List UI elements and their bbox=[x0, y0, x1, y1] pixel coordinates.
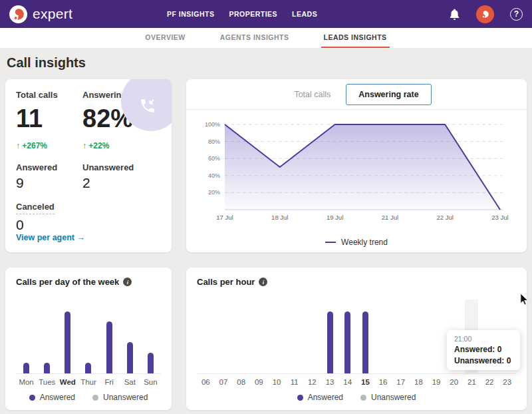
svg-text:17 Jul: 17 Jul bbox=[216, 214, 233, 221]
category-label: 17 bbox=[392, 378, 410, 386]
answered-value: 9 bbox=[16, 175, 82, 191]
svg-text:19 Jul: 19 Jul bbox=[327, 214, 343, 221]
view-per-agent-link[interactable]: View per agent → bbox=[16, 233, 161, 242]
tab-leads-insights[interactable]: LEADS INSIGHTS bbox=[321, 28, 390, 48]
answered-bar[interactable] bbox=[44, 363, 50, 373]
canceled-label[interactable]: Canceled bbox=[16, 202, 55, 214]
total-calls-value: 11 bbox=[16, 105, 82, 133]
legend-item-answered[interactable]: Answered bbox=[297, 393, 343, 402]
answered-bar[interactable] bbox=[65, 311, 70, 373]
calls-per-hour-title: Calls per hour bbox=[197, 277, 255, 287]
legend-label: Answered bbox=[40, 393, 75, 402]
legend-item-unanswered[interactable]: Unanswered bbox=[92, 393, 148, 402]
category-label: 06 bbox=[197, 378, 215, 386]
toggle-answering-rate[interactable]: Answering rate bbox=[346, 84, 431, 105]
bar-slot-11[interactable] bbox=[285, 300, 303, 373]
legend-item-unanswered[interactable]: Unanswered bbox=[360, 393, 416, 402]
svg-text:60%: 60% bbox=[208, 155, 220, 162]
user-avatar[interactable] bbox=[476, 5, 494, 23]
calls-per-day-title: Calls per day of the week bbox=[16, 277, 119, 287]
bar-slot-07[interactable] bbox=[215, 300, 233, 373]
bar-slot-16[interactable] bbox=[374, 300, 392, 373]
bar-slot-thur[interactable] bbox=[78, 300, 98, 373]
bar-slot-06[interactable] bbox=[197, 300, 215, 373]
legend-label: Answered bbox=[308, 393, 343, 402]
unanswered-label: Unanswered bbox=[82, 162, 161, 172]
bar-slot-19[interactable] bbox=[428, 300, 446, 373]
legend-label: Unanswered bbox=[103, 393, 148, 402]
calls-per-day-chart: MonTuesWedThurFriSatSun AnsweredUnanswer… bbox=[16, 300, 161, 402]
answered-bar[interactable] bbox=[85, 363, 91, 373]
bar-slot-15[interactable] bbox=[356, 300, 374, 373]
category-label: Mon bbox=[16, 378, 37, 386]
nav-item-leads[interactable]: LEADS bbox=[292, 10, 317, 18]
bar-slot-mon[interactable] bbox=[16, 300, 37, 373]
answered-bar[interactable] bbox=[127, 342, 133, 373]
category-label: 10 bbox=[268, 378, 286, 386]
category-label: 08 bbox=[232, 378, 250, 386]
trend-metric-toggle: Total callsAnswering rate bbox=[186, 79, 527, 110]
help-icon[interactable]: ? bbox=[510, 8, 523, 21]
svg-text:40%: 40% bbox=[208, 172, 220, 179]
brand-name: expert bbox=[33, 6, 72, 22]
bar-slot-sat[interactable] bbox=[120, 300, 140, 373]
tooltip-time: 21:00 bbox=[454, 335, 513, 343]
svg-text:23 Jul: 23 Jul bbox=[491, 214, 508, 221]
answered-bar[interactable] bbox=[23, 363, 29, 373]
category-label: 21 bbox=[463, 378, 481, 386]
category-label: Thur bbox=[78, 378, 98, 386]
legend-dot bbox=[92, 395, 98, 401]
weekly-trend-legend: Weekly trend bbox=[186, 238, 527, 247]
svg-text:100%: 100% bbox=[205, 121, 220, 128]
bar-slot-wed[interactable] bbox=[57, 300, 78, 373]
category-label: 13 bbox=[321, 378, 339, 386]
category-label: 11 bbox=[285, 378, 303, 386]
brand-logo-icon bbox=[9, 5, 27, 23]
tab-overview[interactable]: OVERVIEW bbox=[142, 28, 188, 48]
tab-agents-insights[interactable]: AGENTS INSIGHTS bbox=[217, 28, 292, 48]
legend-label: Weekly trend bbox=[341, 238, 388, 247]
category-label: 18 bbox=[410, 378, 428, 386]
hour-tooltip: 21:00 Answered: 0 Unanswered: 0 bbox=[447, 330, 520, 370]
answered-bar[interactable] bbox=[344, 311, 350, 373]
nav-item-pf-insights[interactable]: PF INSIGHTS bbox=[167, 10, 214, 18]
notifications-bell-icon[interactable] bbox=[449, 8, 460, 21]
nav-item-properties[interactable]: PROPERTIES bbox=[229, 10, 277, 18]
brand-logo[interactable]: expert bbox=[9, 5, 72, 23]
answered-bar[interactable] bbox=[106, 321, 112, 373]
answered-bar[interactable] bbox=[148, 353, 154, 373]
category-label: 07 bbox=[215, 378, 233, 386]
answered-bar[interactable] bbox=[327, 311, 333, 373]
bar-slot-08[interactable] bbox=[232, 300, 250, 373]
legend-line-swatch bbox=[325, 242, 336, 243]
calls-per-day-card: Calls per day of the week i MonTuesWedTh… bbox=[5, 268, 172, 410]
bar-slot-sun[interactable] bbox=[140, 300, 161, 373]
category-label: Tues bbox=[37, 378, 57, 386]
info-icon[interactable]: i bbox=[123, 278, 132, 286]
category-label: Sun bbox=[140, 378, 161, 386]
legend-dot bbox=[29, 395, 35, 401]
bar-slot-fri[interactable] bbox=[99, 300, 120, 373]
toggle-total-calls[interactable]: Total calls bbox=[281, 84, 343, 105]
bar-slot-tues[interactable] bbox=[37, 300, 57, 373]
total-calls-trend: ↑ +267% bbox=[16, 141, 82, 150]
legend-item-answered[interactable]: Answered bbox=[29, 393, 75, 402]
svg-text:18 Jul: 18 Jul bbox=[271, 214, 288, 221]
total-calls-label: Total calls bbox=[16, 90, 82, 100]
bar-slot-12[interactable] bbox=[303, 300, 321, 373]
info-icon[interactable]: i bbox=[259, 278, 267, 286]
answered-bar[interactable] bbox=[362, 311, 368, 373]
primary-nav: PF INSIGHTSPROPERTIESLEADS bbox=[167, 10, 317, 18]
bar-slot-17[interactable] bbox=[392, 300, 410, 373]
bar-slot-13[interactable] bbox=[321, 300, 339, 373]
legend-dot bbox=[360, 395, 366, 401]
category-label: 12 bbox=[303, 378, 321, 386]
page-title: Call insights bbox=[7, 55, 525, 71]
bar-slot-10[interactable] bbox=[268, 300, 286, 373]
bar-slot-14[interactable] bbox=[338, 300, 356, 373]
category-label: 14 bbox=[338, 378, 356, 386]
bar-slot-18[interactable] bbox=[410, 300, 428, 373]
category-label: 22 bbox=[481, 378, 499, 386]
answering-rate-trend: ↑ +22% bbox=[82, 141, 161, 150]
bar-slot-09[interactable] bbox=[250, 300, 268, 373]
